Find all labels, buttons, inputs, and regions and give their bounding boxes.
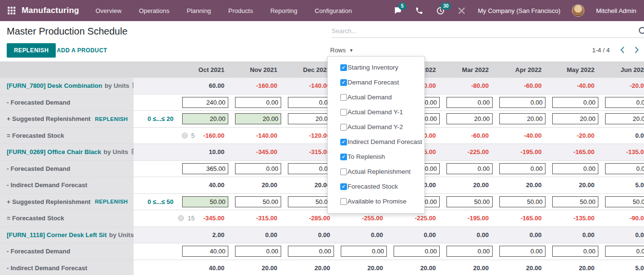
nav-item-configuration[interactable]: Configuration [315, 7, 352, 14]
month-column-header: Jun 2022 [601, 66, 644, 73]
cell-value: 20.00 [473, 264, 495, 272]
mps-cell [601, 163, 644, 174]
demand-forecast-input[interactable] [182, 163, 228, 174]
demand-forecast-input[interactable] [446, 163, 493, 174]
user-name[interactable]: Mitchell Admin [596, 7, 636, 14]
replenish-qty-input[interactable] [235, 113, 281, 124]
mps-cell: 5.00 [601, 264, 644, 272]
nav-item-reporting[interactable]: Reporting [270, 7, 297, 14]
demand-forecast-input[interactable] [182, 97, 228, 108]
mps-cell: -90.00 [601, 215, 644, 222]
demand-forecast-input[interactable] [446, 97, 493, 108]
checkbox-unchecked-icon[interactable] [340, 109, 347, 116]
replenish-qty-input[interactable] [235, 196, 281, 207]
nav-item-planning[interactable]: Planning [187, 7, 211, 14]
rows-menu-item-forecasted-stock[interactable]: Forecasted Stock [328, 179, 424, 194]
replenish-qty-input[interactable] [499, 196, 545, 207]
nav-item-operations[interactable]: Operations [139, 7, 170, 14]
demand-forecast-input[interactable] [394, 246, 440, 257]
user-avatar[interactable] [572, 4, 584, 17]
cell-value: 0.00 [477, 231, 495, 239]
checkbox-checked-icon[interactable] [340, 79, 347, 86]
cell-value: 2.00 [212, 231, 231, 239]
demand-forecast-input[interactable] [446, 246, 493, 257]
demand-forecast-input[interactable] [499, 163, 545, 174]
checkbox-unchecked-icon[interactable] [340, 124, 347, 131]
product-name-link[interactable]: [FURN_7800] Desk Combination [7, 82, 102, 89]
mps-cell [442, 97, 495, 108]
demand-forecast-input[interactable] [605, 163, 644, 174]
replenish-qty-input[interactable] [446, 196, 493, 207]
rows-dropdown-toggle[interactable]: Rows ▼ [330, 47, 353, 54]
checkbox-checked-icon[interactable] [340, 183, 347, 190]
rows-menu-item-demand-forecast[interactable]: Demand Forecast [328, 75, 424, 90]
demand-forecast-input[interactable] [341, 246, 387, 257]
replenish-qty-input[interactable] [552, 196, 598, 207]
rows-menu-item-indirect-demand-forecast[interactable]: Indirect Demand Forecast [328, 134, 424, 149]
checkbox-unchecked-icon[interactable] [340, 168, 347, 175]
rows-menu-item-actual-demand[interactable]: Actual Demand [328, 90, 424, 105]
tools-icon[interactable] [457, 6, 466, 15]
replenish-qty-input[interactable] [182, 113, 228, 124]
cell-value: 20.00 [314, 264, 336, 272]
checkbox-unchecked-icon[interactable] [340, 198, 347, 205]
add-a-product-button[interactable]: ADD A PRODUCT [57, 47, 107, 54]
replenish-qty-input[interactable] [605, 196, 644, 207]
replenish-qty-input[interactable] [605, 113, 644, 124]
demand-forecast-input[interactable] [288, 246, 334, 257]
demand-forecast-input[interactable] [235, 246, 281, 257]
demand-forecast-input[interactable] [605, 97, 644, 108]
rows-menu-item-label: Indirect Demand Forecast [347, 138, 422, 145]
app-name[interactable]: Manufacturing [22, 6, 79, 15]
rows-menu-item-available-to-promise[interactable]: Available to Promise [328, 194, 424, 209]
rows-menu-item-label: Actual Replenishment [347, 168, 410, 175]
mps-cell [548, 97, 601, 108]
demand-forecast-input[interactable] [182, 246, 228, 257]
replenish-qty-input[interactable] [552, 113, 598, 124]
activities-icon[interactable]: 30 [435, 6, 445, 15]
checkbox-unchecked-icon[interactable] [340, 94, 347, 101]
nav-item-products[interactable]: Products [228, 7, 253, 14]
messages-icon[interactable]: 5 [393, 6, 403, 15]
search-icon[interactable] [638, 26, 644, 38]
mps-cell [134, 97, 231, 108]
rows-menu-item-actual-replenishment[interactable]: Actual Replenishment [328, 164, 424, 179]
rows-menu-item-to-replenish[interactable]: To Replenish [328, 149, 424, 164]
rows-menu-item-actual-demand-y-1[interactable]: Actual Demand Y-1 [328, 105, 424, 120]
pager-previous-button[interactable] [619, 46, 625, 54]
replenish-range-hint: 0 ≤...≤ 20 [134, 115, 182, 122]
demand-forecast-input[interactable] [499, 97, 545, 108]
apps-grid-icon[interactable] [8, 7, 16, 15]
search-input[interactable] [332, 25, 620, 35]
pager: 1-4 / 4 [592, 46, 640, 54]
product-label: [FURN_7800] Desk Combinationby Units [0, 78, 134, 94]
replenish-row-link[interactable]: REPLENISH [95, 199, 128, 204]
demand-forecast-input[interactable] [552, 97, 598, 108]
mps-cell: 0 ≤...≤ 20 [134, 113, 231, 124]
replenish-qty-input[interactable] [499, 113, 545, 124]
phone-icon[interactable] [414, 6, 424, 15]
product-row: [FURN_7800] Desk Combinationby Units60.0… [0, 78, 644, 95]
pager-next-button[interactable] [634, 46, 640, 54]
demand-forecast-input[interactable] [605, 246, 644, 257]
replenish-button[interactable]: REPLENISH [7, 43, 56, 58]
demand-forecast-input[interactable] [552, 163, 598, 174]
company-switcher[interactable]: My Company (San Francisco) [478, 7, 560, 14]
nav-item-overview[interactable]: Overview [96, 7, 122, 14]
replenish-row-link[interactable]: REPLENISH [95, 116, 128, 122]
demand-forecast-input[interactable] [499, 246, 545, 257]
demand-forecast-input[interactable] [552, 246, 598, 257]
replenish-qty-input[interactable] [446, 113, 493, 124]
rows-menu-item-starting-inventory[interactable]: Starting Inventory [328, 60, 424, 75]
mps-table: Oct 2021Nov 2021Dec 2021Jan 2022Feb 2022… [0, 61, 644, 275]
row-label-forecasted-demand: - Forecasted Demand [0, 161, 134, 177]
checkbox-checked-icon[interactable] [340, 64, 347, 71]
checkbox-checked-icon[interactable] [340, 154, 347, 160]
replenish-qty-input[interactable] [182, 196, 228, 207]
rows-menu-item-actual-demand-y-2[interactable]: Actual Demand Y-2 [328, 120, 424, 134]
product-name-link[interactable]: [FURN_1118] Corner Desk Left Sit [7, 231, 107, 239]
demand-forecast-input[interactable] [235, 97, 281, 108]
checkbox-checked-icon[interactable] [340, 139, 347, 145]
product-name-link[interactable]: [FURN_0269] Office Chair Black [7, 148, 101, 155]
demand-forecast-input[interactable] [235, 163, 281, 174]
